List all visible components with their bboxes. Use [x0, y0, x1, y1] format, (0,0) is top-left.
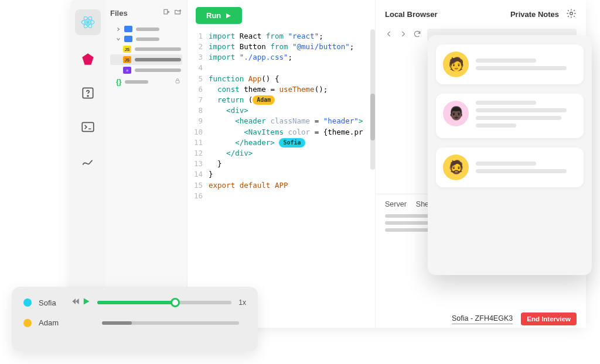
- ruby-icon[interactable]: [80, 51, 96, 69]
- note-card[interactable]: 🧑: [436, 44, 584, 84]
- file-js-active[interactable]: JS: [110, 54, 182, 65]
- line-number: 1: [188, 31, 209, 42]
- playback-row-sofia: Sofia 1x: [23, 297, 246, 308]
- code-line[interactable]: 6 const theme = useTheme();: [188, 84, 375, 95]
- tech-iconbar: [70, 0, 105, 328]
- note-card[interactable]: 🧔: [436, 147, 584, 187]
- folder-collapsed[interactable]: [110, 24, 182, 34]
- play-icon[interactable]: [82, 297, 90, 308]
- gear-icon[interactable]: [566, 8, 577, 20]
- js-icon: JS: [123, 56, 131, 63]
- terminal-icon[interactable]: [80, 119, 96, 137]
- files-title: Files: [110, 9, 128, 18]
- playback-slider[interactable]: [97, 301, 231, 304]
- tab-shell[interactable]: She: [416, 200, 429, 208]
- svg-marker-13: [76, 298, 79, 304]
- playback-row-adam: Adam: [23, 318, 246, 327]
- cursor-badge-adam: Adam: [253, 95, 275, 105]
- line-number: 13: [188, 159, 209, 169]
- private-notes-overlay: 🧑 👨🏿 🧔: [428, 35, 592, 275]
- cursor-badge-sofia: Sofia: [279, 138, 305, 148]
- css-icon: ≡: [123, 67, 131, 74]
- play-icon: [226, 13, 231, 19]
- folder-icon: [124, 36, 132, 42]
- code-line[interactable]: 12 </div>: [188, 148, 375, 159]
- avatar: 🧔: [443, 154, 469, 180]
- line-number: 16: [188, 191, 209, 201]
- svg-point-11: [570, 12, 573, 15]
- line-number: 3: [188, 52, 209, 63]
- line-number: 8: [188, 105, 209, 116]
- local-browser-tab[interactable]: Local Browser: [385, 10, 438, 19]
- folder-expanded[interactable]: [110, 34, 182, 44]
- svg-rect-7: [82, 122, 94, 131]
- user-dot-adam: [23, 319, 32, 327]
- avatar: 🧑: [443, 51, 469, 77]
- svg-marker-14: [84, 298, 90, 304]
- end-interview-button[interactable]: End Interview: [521, 313, 577, 325]
- lock-icon: [174, 77, 181, 86]
- line-number: 6: [188, 84, 209, 95]
- svg-point-6: [87, 95, 88, 97]
- svg-marker-4: [82, 53, 94, 65]
- file-json[interactable]: {}: [110, 75, 182, 88]
- line-number: 11: [188, 138, 209, 149]
- svg-marker-12: [72, 298, 76, 304]
- editor-scrollbar[interactable]: [370, 29, 375, 170]
- line-number: 9: [188, 116, 209, 126]
- draw-icon[interactable]: [80, 153, 96, 171]
- code-line[interactable]: 15export default APP: [188, 180, 375, 191]
- playback-panel: Sofia 1x Adam: [12, 287, 258, 351]
- svg-marker-10: [226, 13, 231, 18]
- svg-point-0: [87, 21, 89, 23]
- user-dot-sofia: [23, 298, 32, 307]
- line-number: 5: [188, 74, 209, 84]
- svg-rect-8: [164, 9, 168, 14]
- react-icon[interactable]: [75, 9, 101, 35]
- line-number: 14: [188, 169, 209, 180]
- code-line[interactable]: 11 </header> Sofia: [188, 138, 375, 149]
- new-folder-icon[interactable]: [174, 8, 182, 18]
- code-line[interactable]: 10 <NavItems color = {theme.pr: [188, 127, 375, 138]
- line-number: 10: [188, 127, 209, 138]
- line-number: 15: [188, 180, 209, 191]
- file-js[interactable]: JS: [110, 44, 182, 54]
- session-id: Sofia - ZFH4EGK3: [452, 314, 513, 324]
- code-line[interactable]: 9 <header className = "header">: [188, 116, 375, 126]
- code-line[interactable]: 3import "./app.css";: [188, 52, 375, 63]
- files-panel: Files JS JS ≡ {}: [105, 0, 188, 328]
- code-line[interactable]: 4: [188, 63, 375, 73]
- code-editor[interactable]: Run 1import React from "react";2import B…: [188, 0, 375, 328]
- nav-forward-icon[interactable]: [399, 30, 407, 40]
- code-line[interactable]: 2import Button from "@mui/button";: [188, 42, 375, 52]
- playback-slider[interactable]: [102, 321, 239, 325]
- folder-icon: [124, 26, 132, 32]
- code-line[interactable]: 7 return (Adam: [188, 95, 375, 106]
- line-number: 7: [188, 95, 209, 106]
- code-line[interactable]: 13 }: [188, 159, 375, 169]
- new-file-icon[interactable]: [162, 8, 171, 18]
- svg-rect-9: [176, 81, 179, 84]
- line-number: 12: [188, 148, 209, 159]
- code-line[interactable]: 14}: [188, 169, 375, 180]
- tab-server[interactable]: Server: [385, 200, 407, 208]
- run-button[interactable]: Run: [196, 7, 242, 24]
- rewind-icon[interactable]: [71, 297, 80, 308]
- code-line[interactable]: 8 <div>: [188, 105, 375, 116]
- code-line[interactable]: 1import React from "react";: [188, 31, 375, 42]
- avatar: 👨🏿: [443, 101, 469, 126]
- private-notes-tab[interactable]: Private Notes: [510, 10, 559, 19]
- note-card[interactable]: 👨🏿: [436, 94, 584, 138]
- playback-speed[interactable]: 1x: [238, 298, 246, 307]
- line-number: 4: [188, 63, 209, 73]
- file-css[interactable]: ≡: [110, 65, 182, 75]
- js-icon: JS: [123, 46, 131, 53]
- nav-reload-icon[interactable]: [413, 30, 421, 40]
- line-number: 2: [188, 42, 209, 52]
- footer: Sofia - ZFH4EGK3 End Interview: [375, 310, 586, 328]
- json-icon: {}: [116, 78, 121, 86]
- code-line[interactable]: 5function App() {: [188, 74, 375, 84]
- code-line[interactable]: 16: [188, 191, 375, 201]
- nav-back-icon[interactable]: [385, 30, 393, 40]
- help-icon[interactable]: [80, 85, 96, 103]
